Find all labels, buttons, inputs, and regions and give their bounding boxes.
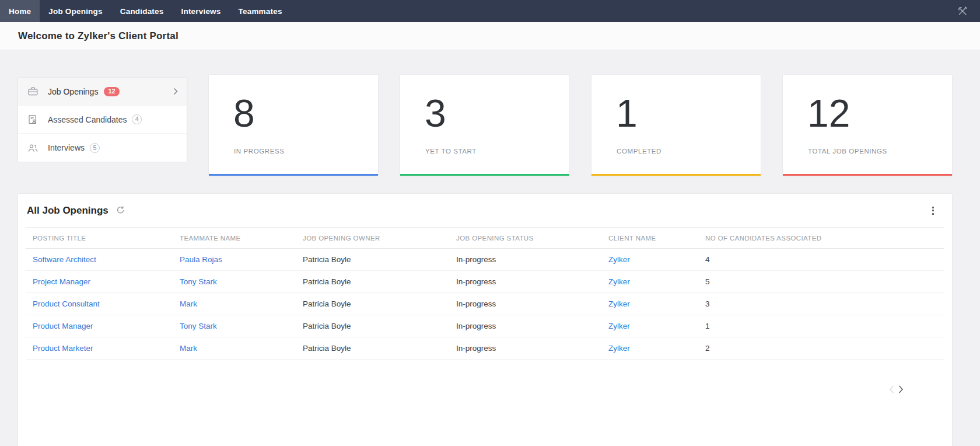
teammate_name-link[interactable]: Tony Stark: [180, 277, 217, 286]
client_name-cell: Zylker: [608, 337, 705, 360]
nav-item-interviews[interactable]: Interviews: [173, 0, 230, 22]
table-header-row: POSTING TITLETEAMMATE NAMEJOB OPENING OW…: [26, 228, 944, 249]
nav-item-job-openings[interactable]: Job Openings: [40, 0, 111, 22]
next-page-button[interactable]: [898, 385, 904, 394]
posting_title-cell: Product Marketer: [26, 337, 179, 360]
sidebar-item-interviews[interactable]: Interviews5: [18, 134, 187, 162]
teammate_name-cell: Mark: [179, 337, 302, 360]
stat-value: 1: [616, 93, 761, 134]
column-header-posting_title: POSTING TITLE: [26, 228, 179, 249]
client_name-link[interactable]: Zylker: [608, 322, 630, 330]
stat-value: 8: [233, 93, 378, 134]
sidebar-item-label: Interviews: [48, 143, 85, 152]
table-row: Product ManagerTony StarkPatricia BoyleI…: [26, 315, 944, 337]
sidebar-item-job-openings[interactable]: Job Openings12: [18, 78, 187, 106]
top-row: Job Openings12Assessed Candidates4Interv…: [18, 75, 952, 176]
stat-value: 12: [807, 93, 952, 134]
column-header-job_opening_owner: JOB OPENING OWNER: [302, 228, 456, 249]
teammate_name-cell: Tony Stark: [179, 315, 302, 337]
job_opening_owner-cell: Patricia Boyle: [302, 337, 456, 360]
main-content: Job Openings12Assessed Candidates4Interv…: [0, 75, 980, 446]
page-title: Welcome to Zylker's Client Portal: [18, 30, 178, 42]
stat-label: COMPLETED: [617, 148, 761, 155]
posting_title-cell: Product Consultant: [26, 293, 179, 315]
kebab-dot: [932, 210, 934, 211]
stat-card-completed: 1COMPLETED: [592, 75, 761, 176]
count-badge: 5: [90, 143, 100, 153]
refresh-icon: [116, 206, 125, 215]
chevron-left-icon: [888, 385, 895, 394]
nav-item-teammates[interactable]: Teammates: [230, 0, 291, 22]
client_name-link[interactable]: Zylker: [608, 299, 630, 308]
sidebar-item-assessed-candidates[interactable]: Assessed Candidates4: [18, 106, 187, 134]
candidates_associated-cell: 1: [705, 315, 944, 337]
teammate_name-link[interactable]: Mark: [180, 344, 197, 353]
posting_title-cell: Software Architect: [26, 249, 179, 271]
client_name-cell: Zylker: [608, 315, 705, 337]
welcome-bar: Welcome to Zylker's Client Portal: [0, 22, 980, 50]
pagination: [888, 385, 904, 394]
candidates_associated-cell: 2: [705, 337, 944, 360]
job-openings-table: POSTING TITLETEAMMATE NAMEJOB OPENING OW…: [26, 227, 944, 360]
table-body: Software ArchitectPaula RojasPatricia Bo…: [26, 249, 944, 360]
job_opening_owner-cell: Patricia Boyle: [302, 249, 456, 271]
client_name-link[interactable]: Zylker: [608, 344, 630, 353]
panel-title: All Job Openings: [27, 205, 108, 217]
refresh-button[interactable]: [116, 206, 125, 215]
column-header-candidates_associated: NO OF CANDIDATES ASSOCIATED: [705, 228, 944, 249]
briefcase-icon: [27, 86, 38, 97]
chevron-right-icon: [173, 88, 178, 95]
teammate_name-link[interactable]: Paula Rojas: [180, 255, 222, 264]
posting_title-link[interactable]: Product Marketer: [33, 344, 93, 353]
sidebar: Job Openings12Assessed Candidates4Interv…: [18, 78, 187, 162]
client_name-cell: Zylker: [608, 271, 705, 293]
posting_title-link[interactable]: Product Consultant: [33, 299, 100, 308]
nav-item-home[interactable]: Home: [0, 0, 40, 22]
tools-icon: [957, 5, 968, 17]
column-header-job_opening_status: JOB OPENING STATUS: [456, 228, 608, 249]
posting_title-cell: Project Manager: [26, 271, 179, 293]
posting_title-cell: Product Manager: [26, 315, 179, 337]
count-badge: 12: [104, 87, 119, 96]
count-badge: 4: [132, 114, 142, 124]
job_opening_status-cell: In-progress: [456, 337, 608, 360]
stat-card-yet-to-start: 3YET TO START: [400, 75, 569, 176]
client_name-link[interactable]: Zylker: [608, 277, 630, 286]
nav-spacer: [291, 0, 945, 22]
candidates_associated-cell: 5: [705, 271, 944, 293]
teammate_name-cell: Mark: [179, 293, 302, 315]
job_opening_owner-cell: Patricia Boyle: [302, 271, 456, 293]
posting_title-link[interactable]: Project Manager: [33, 277, 90, 286]
column-header-teammate_name: TEAMMATE NAME: [179, 228, 302, 249]
table-row: Software ArchitectPaula RojasPatricia Bo…: [26, 249, 944, 271]
stat-cards: 8IN PROGRESS3YET TO START1COMPLETED12TOT…: [209, 75, 952, 176]
column-header-client_name: CLIENT NAME: [608, 228, 705, 249]
stat-label: IN PROGRESS: [234, 148, 378, 155]
stat-card-in-progress: 8IN PROGRESS: [209, 75, 378, 176]
job_opening_status-cell: In-progress: [456, 249, 608, 271]
interviews-icon: [27, 142, 38, 154]
setup-tools-button[interactable]: [945, 0, 980, 22]
kebab-dot: [932, 207, 934, 208]
job_opening_status-cell: In-progress: [456, 293, 608, 315]
previous-page-button[interactable]: [888, 385, 895, 394]
table-row: Product ConsultantMarkPatricia BoyleIn-p…: [26, 293, 944, 315]
teammate_name-link[interactable]: Tony Stark: [180, 322, 217, 330]
sidebar-item-label: Job Openings: [48, 87, 98, 96]
stat-label: YET TO START: [425, 148, 569, 155]
posting_title-link[interactable]: Product Manager: [33, 322, 93, 330]
job_opening_owner-cell: Patricia Boyle: [302, 293, 456, 315]
panel-header: All Job Openings: [18, 194, 952, 227]
client_name-link[interactable]: Zylker: [608, 255, 630, 264]
job_opening_owner-cell: Patricia Boyle: [302, 315, 456, 337]
stat-value: 3: [425, 93, 569, 134]
more-options-button[interactable]: [929, 204, 937, 218]
client_name-cell: Zylker: [608, 249, 705, 271]
candidates_associated-cell: 3: [705, 293, 944, 315]
teammate_name-cell: Paula Rojas: [179, 249, 302, 271]
posting_title-link[interactable]: Software Architect: [33, 255, 96, 264]
job-openings-panel: All Job Openings POSTING TITLE: [18, 194, 952, 446]
nav-item-candidates[interactable]: Candidates: [111, 0, 173, 22]
teammate_name-link[interactable]: Mark: [180, 299, 197, 308]
teammate_name-cell: Tony Stark: [179, 271, 302, 293]
